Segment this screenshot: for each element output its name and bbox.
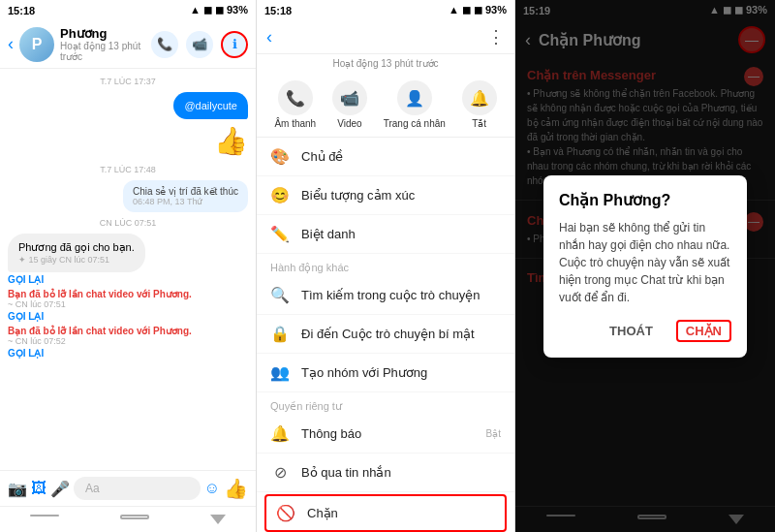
shortcut-sound[interactable]: 📞 Âm thanh [274,80,316,129]
status-time-1: 15:18 [8,5,35,16]
date-label-2: T.7 LÚC 17:48 [8,165,248,174]
status-time-2: 15:18 [264,5,292,16]
menu-back-icon[interactable]: ‹ [266,27,272,47]
shortcut-mute-label: Tắt [472,118,486,129]
menu-group[interactable]: 👥 Tạo nhóm với Phương [257,354,514,392]
shortcut-profile[interactable]: 👤 Trang cá nhân [384,80,446,129]
menu-emoji[interactable]: 😊 Biểu tượng cảm xúc [257,176,514,215]
location-bubble: Chia sẻ vị trí đã kết thúc 06:48 PM, 13 … [123,180,248,212]
call-bubble: Phương đã gọi cho bạn. ✦ 15 giây CN lúc … [8,234,145,272]
mute-icon: 🔔 [462,80,497,115]
ignore-icon: ⊘ [270,463,290,482]
modal-actions: THOÁT CHẶN [559,320,731,342]
missed-sub-1: ~ CN lúc 07:51 [8,299,66,309]
profile-icon: 👤 [397,80,432,115]
date-label-1: T.7 LÚC 17:37 [8,77,248,86]
theme-icon: 🎨 [270,147,290,166]
modal-title: Chặn Phương? [559,191,731,209]
block-icon: 🚫 [276,504,295,522]
menu-block-label: Chặn [307,506,338,520]
modal-body: Hai bạn sẽ không thể gửi tin nhắn hay gọ… [559,219,731,306]
chat-input-bar: 📷 🖼 🎤 Aa ☺ 👍 [0,470,256,506]
chat-header-actions: 📞 📹 ℹ [151,31,248,58]
mic-icon[interactable]: 🎤 [50,480,70,498]
call-back-link-3[interactable]: GỌI LẠI [8,348,44,359]
chat-status: Hoạt động 13 phút trước [60,41,145,62]
menu-secret-label: Đi đến Cuộc trò chuyện bí mật [301,327,475,341]
nickname-icon: ✏️ [270,225,290,243]
date-label-3: CN LÚC 07:51 [8,218,248,228]
message-input[interactable]: Aa [74,477,201,500]
modal-confirm-btn[interactable]: CHẶN [676,320,731,342]
section-other: Hành động khác [257,254,514,276]
chat-header: ‹ P Phương Hoạt động 13 phút trước 📞 📹 ℹ [0,20,256,69]
shortcut-profile-label: Trang cá nhân [384,118,446,129]
menu-activity: Hoạt động 13 phút trước [257,54,514,73]
video-icon: 📹 [332,80,367,115]
like-msg: 👍 [8,123,248,159]
call-sub: ✦ 15 giây CN lúc 07:51 [18,255,135,266]
msg-tag: @dailycute [8,92,248,119]
menu-theme-label: Chủ đề [301,149,343,164]
notify-icon: 🔔 [270,424,290,443]
lock-icon: 🔒 [270,325,290,343]
menu-secret[interactable]: 🔒 Đi đến Cuộc trò chuyện bí mật [257,315,514,354]
chat-header-info: Phương Hoạt động 13 phút trước [60,26,145,62]
nav-square[interactable] [120,515,149,519]
camera-icon[interactable]: 📷 [8,480,27,498]
shortcut-video-label: Video [337,118,361,129]
status-icons-1: ▲ ◼ ◼ 93% [190,4,248,16]
call-icon-btn[interactable]: 📞 [151,31,178,58]
shortcut-video[interactable]: 📹 Video [332,80,367,129]
sound-icon: 📞 [278,80,313,115]
modal-cancel-btn[interactable]: THOÁT [602,320,661,342]
tag-bubble: @dailycute [173,92,248,119]
location-msg: Chia sẻ vị trí đã kết thúc 06:48 PM, 13 … [8,180,248,212]
shortcut-mute[interactable]: 🔔 Tắt [462,80,497,129]
nav-bar-1 [0,506,256,532]
menu-theme[interactable]: 🎨 Chủ đề [257,138,514,176]
notify-status: Bật [486,428,501,439]
menu-emoji-label: Biểu tượng cảm xúc [301,188,415,203]
chat-messages: T.7 LÚC 17:37 @dailycute 👍 T.7 LÚC 17:48… [0,69,256,470]
call-back-link-2[interactable]: GỌI LẠI [8,311,44,322]
location-text: Chia sẻ vị trí đã kết thúc [133,186,238,197]
status-bar-2: 15:18 ▲ ◼ ◼ 93% [257,0,514,20]
search-icon: 🔍 [270,286,290,304]
menu-list: 🎨 Chủ đề 😊 Biểu tượng cảm xúc ✏️ Biệt da… [257,138,514,532]
shortcuts-bar: 📞 Âm thanh 📹 Video 👤 Trang cá nhân 🔔 Tắt [257,73,514,138]
menu-header: ‹ ⋮ [257,20,514,54]
menu-nickname[interactable]: ✏️ Biệt danh [257,215,514,254]
modal-box: Chặn Phương? Hai bạn sẽ không thể gửi ti… [543,175,747,358]
nav-home[interactable] [30,515,59,516]
nav-back[interactable] [210,515,226,524]
location-sub: 06:48 PM, 13 Thứ [133,197,238,206]
more-icon[interactable]: ⋮ [487,26,505,47]
menu-block[interactable]: 🚫 Chặn [264,494,507,532]
menu-notify-label: Thông báo [301,426,361,441]
menu-notify[interactable]: 🔔 Thông báo Bật [257,415,514,454]
like-send-icon[interactable]: 👍 [224,477,248,500]
back-icon[interactable]: ‹ [8,34,14,54]
menu-search[interactable]: 🔍 Tìm kiếm trong cuộc trò chuyện [257,276,514,315]
like-icon: 👍 [214,125,248,157]
missed-sub-2: ~ CN lúc 07:52 [8,336,66,346]
menu-search-label: Tìm kiếm trong cuộc trò chuyện [301,288,480,302]
section-privacy: Quyền riêng tư [257,392,514,415]
chat-panel: 15:18 ▲ ◼ ◼ 93% ‹ P Phương Hoạt động 13 … [0,0,257,532]
avatar: P [19,27,54,62]
call-msg: Phương đã gọi cho bạn. ✦ 15 giây CN lúc … [8,234,248,285]
emoji-icon: 😊 [270,186,290,204]
call-text: Phương đã gọi cho bạn. [18,240,135,254]
menu-ignore[interactable]: ⊘ Bỏ qua tin nhắn [257,454,514,492]
video-icon-btn[interactable]: 📹 [186,31,213,58]
call-back-link-1[interactable]: GỌI LẠI [8,274,44,285]
missed-error-1: Bạn đã bỏ lỡ lần chat video với Phương. [8,289,192,299]
status-icons-2: ▲ ◼ ◼ 93% [449,4,507,16]
image-icon[interactable]: 🖼 [31,480,46,497]
menu-ignore-label: Bỏ qua tin nhắn [301,465,391,480]
menu-group-label: Tạo nhóm với Phương [301,365,427,380]
sticker-icon[interactable]: ☺ [204,480,220,497]
info-icon-btn[interactable]: ℹ [221,31,248,58]
group-icon: 👥 [270,363,290,382]
